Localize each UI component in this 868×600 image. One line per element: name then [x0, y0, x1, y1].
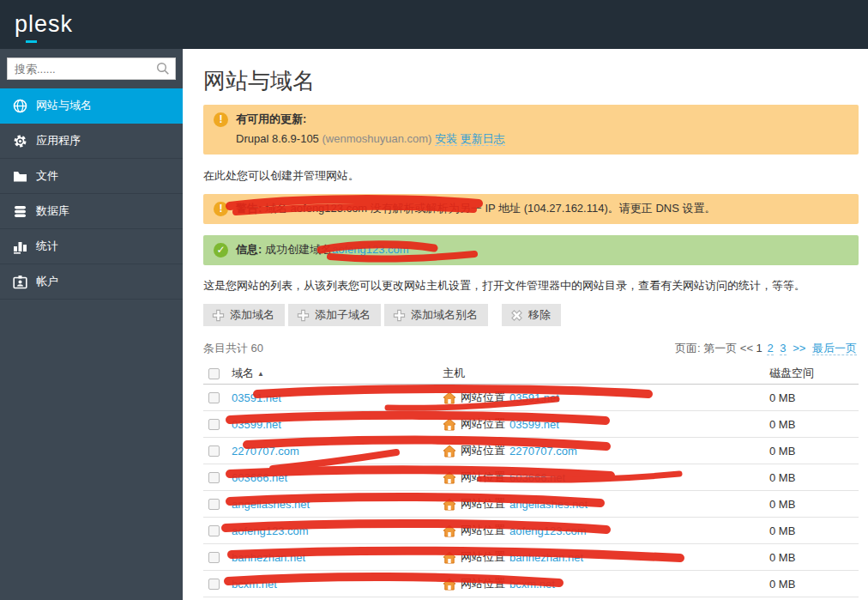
changelog-link[interactable]: 更新日志 [461, 132, 505, 146]
search-icon[interactable] [156, 62, 170, 79]
add-domain-alias-button[interactable]: 添加域名别名 [384, 304, 488, 326]
sidebar-item-applications[interactable]: 应用程序 [0, 124, 183, 159]
add-subdomain-button[interactable]: 添加子域名 [288, 304, 381, 326]
host-domain-link[interactable]: aofeng123.com [509, 524, 587, 537]
house-icon [443, 471, 456, 484]
warning-icon: ! [214, 112, 228, 127]
created-domain-link[interactable]: aofeng123.com [332, 243, 409, 256]
sort-asc-icon: ▲ [257, 370, 264, 378]
table-row: 03591.net 网站位置 03591.net 0 MB [203, 385, 859, 411]
row-checkbox[interactable] [208, 392, 220, 403]
info-label: 信息: [236, 243, 262, 256]
house-icon [443, 418, 456, 431]
toolbar: 添加域名 添加子域名 添加域名别名 移除 [203, 304, 859, 326]
select-all-checkbox[interactable] [208, 368, 220, 379]
pager-page-2[interactable]: 2 [767, 342, 773, 355]
globe-icon [12, 99, 27, 113]
hosting-type-label: 网站位置 [461, 443, 505, 458]
host-domain-link[interactable]: 03599.net [509, 418, 559, 431]
stats-icon [12, 239, 27, 254]
host-domain-link[interactable]: 603666.net [509, 471, 565, 484]
intro-text: 在此处您可以创建并管理网站。 [203, 168, 859, 184]
disk-usage: 0 MB [769, 524, 859, 537]
host-domain-link[interactable]: angellashes.net [509, 498, 588, 511]
table-row: angellashes.net 网站位置 angellashes.net 0 M… [203, 491, 859, 518]
row-checkbox[interactable] [208, 525, 220, 536]
hosting-type-label: 网站位置 [461, 470, 505, 485]
hosting-type-label: 网站位置 [461, 496, 505, 512]
domain-link[interactable]: banhezhan.net [232, 551, 443, 564]
table-body: 03591.net 网站位置 03591.net 0 MB 03599.net … [203, 385, 859, 597]
domain-link[interactable]: bcxm.net [232, 578, 443, 591]
remove-button[interactable]: 移除 [502, 304, 561, 326]
disk-usage: 0 MB [769, 391, 859, 404]
sidebar-item-account[interactable]: 帐户 [0, 264, 183, 300]
disk-usage: 0 MB [769, 551, 859, 564]
update-package: Drupal 8.6.9-105 [236, 132, 319, 145]
hosting-type-label: 网站位置 [461, 390, 505, 405]
pager-next[interactable]: >> [793, 342, 805, 355]
host-domain-link[interactable]: bcxm.net [509, 578, 555, 591]
warning-text: 没有解析或解析为另一 IP 地址 (104.27.162.114)。请更正 DN… [371, 202, 716, 215]
row-checkbox[interactable] [208, 472, 220, 483]
sidebar: 网站与域名 应用程序 文件 数据库 统计 帐户 [0, 49, 183, 600]
table-row: aofeng123.com 网站位置 aofeng123.com 0 MB [203, 518, 859, 544]
sidebar-item-websites-domains[interactable]: 网站与域名 [0, 88, 183, 124]
sidebar-item-label: 文件 [36, 168, 58, 184]
top-bar: plesk [0, 0, 868, 49]
column-header-domain[interactable]: 域名▲ [232, 366, 443, 381]
sidebar-item-label: 统计 [36, 239, 58, 254]
update-heading: 有可用的更新: [236, 112, 306, 125]
sidebar-item-label: 应用程序 [36, 133, 81, 148]
sidebar-item-label: 网站与域名 [36, 98, 92, 113]
domain-link[interactable]: angellashes.net [232, 498, 443, 511]
house-icon [443, 524, 456, 537]
host-domain-link[interactable]: banhezhan.net [509, 551, 583, 564]
table-row: 603666.net 网站位置 603666.net 0 MB [203, 464, 859, 491]
gear-icon [12, 134, 27, 148]
sidebar-item-files[interactable]: 文件 [0, 159, 183, 194]
row-checkbox[interactable] [208, 499, 220, 510]
disk-usage: 0 MB [769, 578, 859, 591]
domain-link[interactable]: 603666.net [232, 471, 443, 484]
table-header-row: 域名▲ 主机 磁盘空间 [203, 363, 859, 385]
hosting-type-label: 网站位置 [461, 523, 505, 538]
sidebar-item-statistics[interactable]: 统计 [0, 229, 183, 264]
install-link[interactable]: 安装 [435, 132, 457, 146]
host-domain-link[interactable]: 03591.net [509, 391, 559, 404]
x-icon [510, 309, 523, 322]
host-domain-link[interactable]: 2270707.com [509, 445, 577, 458]
pager-last[interactable]: 最后一页 [812, 342, 857, 355]
domain-link[interactable]: aofeng123.com [232, 524, 443, 537]
warning-redacted: 域名 aofeng123.com [265, 202, 367, 215]
pager-current-page: 1 [756, 342, 763, 355]
row-checkbox[interactable] [208, 445, 220, 457]
domain-link[interactable]: 03591.net [232, 391, 443, 404]
disk-usage: 0 MB [769, 471, 859, 484]
domain-link[interactable]: 03599.net [232, 418, 443, 431]
search-input[interactable] [7, 58, 176, 80]
add-domain-button[interactable]: 添加域名 [203, 304, 285, 326]
domain-link[interactable]: 2270707.com [232, 445, 443, 458]
row-checkbox[interactable] [208, 552, 220, 563]
items-total: 条目共计 60 [203, 341, 263, 356]
column-header-hosting[interactable]: 主机 [443, 366, 769, 381]
plus-icon [297, 309, 310, 322]
row-checkbox[interactable] [208, 579, 220, 590]
database-icon [12, 204, 27, 219]
pager-page-3[interactable]: 3 [780, 342, 786, 355]
house-icon [443, 578, 456, 591]
sidebar-item-databases[interactable]: 数据库 [0, 194, 183, 229]
disk-usage: 0 MB [769, 498, 859, 511]
domains-table: 域名▲ 主机 磁盘空间 03591.net 网站位置 03591.net 0 M… [203, 363, 859, 597]
page-title: 网站与域名 [203, 67, 859, 94]
house-icon [443, 391, 456, 404]
sidebar-item-label: 帐户 [36, 274, 58, 289]
table-row: 03599.net 网站位置 03599.net 0 MB [203, 411, 859, 438]
dns-warning: ! 警告: 域名 aofeng123.com 没有解析或解析为另一 IP 地址 … [203, 194, 859, 224]
update-site: (wenmoshuyuan.com) [322, 132, 431, 145]
info-text: 成功创建域名 [265, 243, 332, 256]
warning-icon: ! [214, 202, 228, 216]
row-checkbox[interactable] [208, 419, 220, 430]
column-header-disk[interactable]: 磁盘空间 [769, 366, 859, 381]
